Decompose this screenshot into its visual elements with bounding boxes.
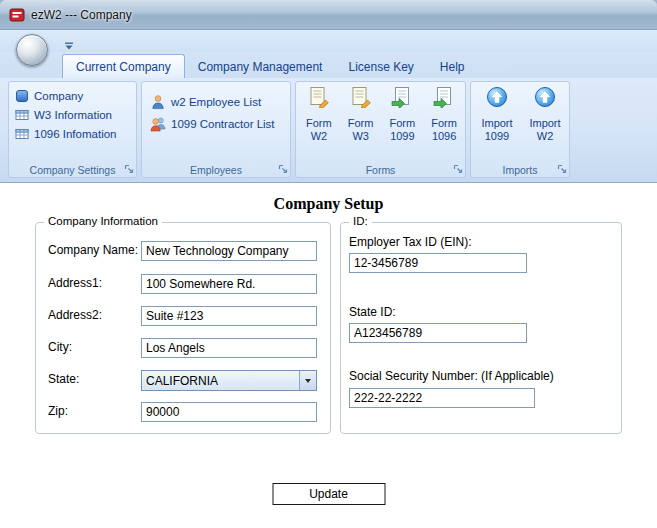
tab-company-management[interactable]: Company Management	[185, 55, 336, 78]
state-label: State:	[48, 372, 79, 386]
document-green-arrow-icon	[391, 86, 413, 108]
ribbon-group-company-settings: Company W3 Information	[8, 81, 137, 178]
page-title: Company Setup	[0, 195, 657, 213]
titlebar[interactable]: ezW2 --- Company	[0, 0, 657, 30]
address1-label: Address1:	[48, 276, 102, 290]
ribbon-item-1099-contractor-list[interactable]: 1099 Contractor List	[150, 113, 285, 135]
button-label-line1: Import	[529, 117, 560, 130]
form-1099-button[interactable]: Form 1099	[383, 86, 423, 143]
application-menu-button[interactable]	[16, 34, 48, 66]
ribbon-group-employees: w2 Employee List 1099 Contractor List	[141, 81, 291, 178]
company-name-label: Company Name:	[48, 243, 138, 257]
form-1096-button[interactable]: Form 1096	[424, 86, 464, 143]
zip-input[interactable]	[141, 402, 317, 422]
app-icon	[9, 7, 25, 23]
form-w3-button[interactable]: Form W3	[341, 86, 381, 143]
state-select[interactable]: CALIFORNIA	[141, 370, 317, 391]
groupbox-legend: ID:	[349, 215, 372, 227]
tab-help[interactable]: Help	[427, 55, 478, 78]
import-1099-button[interactable]: Import 1099	[475, 86, 519, 143]
person-icon	[150, 94, 166, 110]
ribbon-item-label: W3 Information	[34, 109, 112, 121]
blue-globe-up-arrow-icon	[534, 86, 556, 108]
button-label-line2: W3	[352, 130, 369, 143]
document-pencil-icon	[350, 86, 372, 108]
address2-input[interactable]	[141, 306, 317, 326]
company-name-input[interactable]	[141, 241, 317, 261]
import-w2-button[interactable]: Import W2	[523, 86, 567, 143]
ribbon-item-label: Company	[34, 90, 83, 102]
button-label-line1: Import	[481, 117, 512, 130]
ribbon: Company W3 Information	[0, 78, 657, 183]
document-green-arrow-icon	[433, 86, 455, 108]
ribbon-item-label: w2 Employee List	[171, 96, 261, 108]
window-title: ezW2 --- Company	[31, 8, 132, 22]
group-caption-imports: Imports	[471, 162, 569, 177]
ribbon-item-label: 1099 Contractor List	[171, 118, 275, 130]
state-id-label: State ID:	[349, 305, 396, 319]
button-label-line1: Form	[306, 117, 332, 130]
ein-label: Employer Tax ID (EIN):	[349, 235, 471, 249]
blue-cube-icon	[15, 89, 29, 103]
groupbox-legend: Company Information	[44, 215, 162, 227]
ein-input[interactable]	[349, 253, 527, 273]
dialog-launcher-icon[interactable]	[124, 164, 134, 174]
button-label-line1: Form	[348, 117, 374, 130]
ribbon-tab-bar: Current Company Company Management Licen…	[0, 52, 657, 78]
content-area: Company Setup Company Information Compan…	[0, 183, 657, 528]
id-groupbox: ID: Employer Tax ID (EIN): State ID: Soc…	[340, 222, 622, 434]
button-label-line1: Form	[431, 117, 457, 130]
dialog-launcher-icon[interactable]	[453, 164, 463, 174]
group-caption-label: Imports	[502, 164, 537, 176]
state-selected-value: CALIFORNIA	[142, 374, 299, 388]
dialog-launcher-icon[interactable]	[557, 164, 567, 174]
form-w2-button[interactable]: Form W2	[299, 86, 339, 143]
company-information-groupbox: Company Information Company Name: Addres…	[35, 222, 331, 434]
ribbon-item-w2-employee-list[interactable]: w2 Employee List	[150, 91, 285, 113]
zip-label: Zip:	[48, 404, 68, 418]
ribbon-item-label: 1096 Infomation	[34, 128, 116, 140]
ribbon-item-company[interactable]: Company	[15, 86, 131, 105]
group-caption-forms: Forms	[296, 162, 465, 177]
group-caption-employees: Employees	[142, 162, 290, 177]
button-label-line1: Form	[390, 117, 416, 130]
address2-label: Address2:	[48, 308, 102, 322]
ribbon-item-w3-information[interactable]: W3 Information	[15, 105, 131, 124]
group-caption-label: Company Settings	[30, 164, 116, 176]
tab-license-key[interactable]: License Key	[335, 55, 426, 78]
ssn-label: Social Security Number: (If Applicable)	[349, 369, 554, 383]
city-input[interactable]	[141, 338, 317, 358]
button-label-line2: W2	[537, 130, 554, 143]
ribbon-group-forms: Form W2 Form W3	[295, 81, 466, 178]
app-window: ezW2 --- Company Current Company Company…	[0, 0, 657, 528]
address1-input[interactable]	[141, 274, 317, 294]
dropdown-arrow-icon[interactable]	[299, 371, 316, 390]
group-caption-label: Employees	[190, 164, 242, 176]
table-grid-icon	[15, 108, 29, 122]
table-grid-icon	[15, 127, 29, 141]
ribbon-item-1096-information[interactable]: 1096 Infomation	[15, 124, 131, 143]
group-caption-company-settings: Company Settings	[9, 162, 136, 177]
update-button[interactable]: Update	[272, 483, 385, 505]
quick-access-toolbar	[0, 30, 657, 52]
ribbon-group-imports: Import 1099 Import W2 Imports	[470, 81, 570, 178]
state-id-input[interactable]	[349, 323, 527, 343]
city-label: City:	[48, 340, 72, 354]
dialog-launcher-icon[interactable]	[278, 164, 288, 174]
two-persons-icon	[150, 116, 166, 132]
tab-current-company[interactable]: Current Company	[62, 54, 185, 78]
document-pencil-icon	[308, 86, 330, 108]
group-caption-label: Forms	[366, 164, 396, 176]
button-label-line2: 1099	[485, 130, 509, 143]
ssn-input[interactable]	[349, 388, 535, 408]
button-label-line2: 1099	[390, 130, 414, 143]
blue-globe-up-arrow-icon	[486, 86, 508, 108]
button-label-line2: 1096	[432, 130, 456, 143]
button-label-line2: W2	[311, 130, 328, 143]
